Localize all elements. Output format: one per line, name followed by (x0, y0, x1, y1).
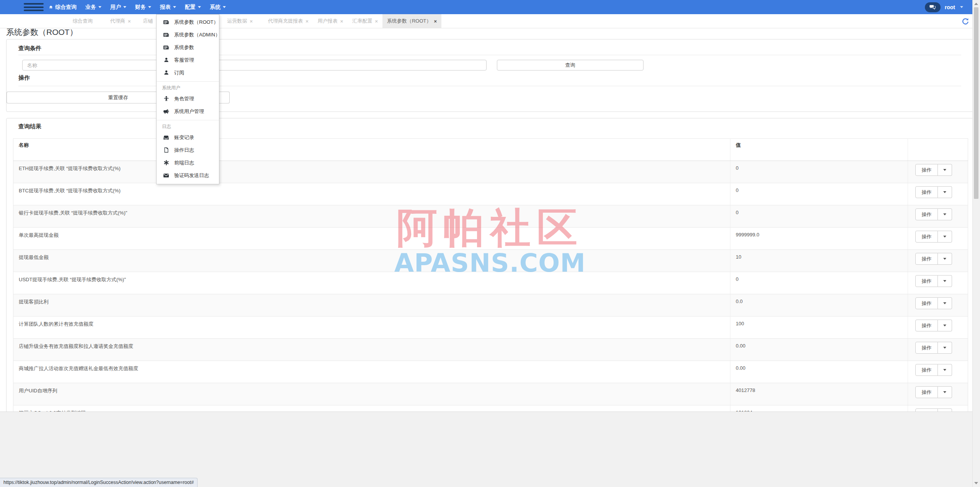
row-action-split-button: 操作 (915, 164, 952, 176)
menu-item[interactable]: 系统参数 (157, 41, 219, 54)
nav-menu-item[interactable]: 用户 (109, 0, 127, 14)
tab[interactable]: 用户报表 × (313, 14, 348, 28)
tab-strip: 综合查询 代理商 × 店铺 运营数据 × 代理商充提报表 × (0, 14, 973, 28)
param-name-cell: 店铺升级业务有效充值额度和拉人邀请奖金充值额度 (13, 339, 730, 361)
param-value-cell: 0 (730, 272, 908, 294)
row-action-dropdown-toggle[interactable] (938, 231, 952, 243)
menu-item[interactable]: 验证码发送日志 (157, 169, 219, 182)
refresh-icon[interactable] (962, 18, 969, 25)
user-icon (163, 57, 169, 63)
row-actions-cell: 操作 (908, 228, 968, 250)
chevron-down-icon (98, 6, 101, 8)
row-action-button[interactable]: 操作 (915, 386, 938, 398)
menu-item[interactable]: 账变记录 (157, 131, 219, 144)
row-action-button[interactable]: 操作 (915, 208, 938, 220)
row-action-split-button: 操作 (915, 297, 952, 309)
row-action-button[interactable]: 操作 (915, 320, 938, 331)
search-button[interactable]: 查询 (497, 60, 644, 71)
row-action-button[interactable]: 操作 (915, 253, 938, 265)
row-action-dropdown-toggle[interactable] (938, 164, 952, 176)
tab-label: 代理商 (110, 18, 125, 25)
row-actions-cell: 操作 (908, 361, 968, 383)
tab[interactable]: 系统参数（ROOT） × (382, 14, 441, 28)
menu-item[interactable]: 角色管理 (157, 92, 219, 105)
nav-menu-item[interactable]: 报表 (159, 0, 177, 14)
user-area: root (925, 0, 963, 14)
param-name-cell: 单次最高提现金额 (13, 228, 730, 250)
tab[interactable]: 店铺 (139, 14, 158, 28)
row-action-split-button: 操作 (915, 186, 952, 198)
scroll-up-icon[interactable] (974, 3, 978, 5)
menu-item[interactable]: 系统用户管理 (157, 105, 219, 118)
row-actions-cell: 操作 (908, 339, 968, 361)
row-action-dropdown-toggle[interactable] (938, 186, 952, 198)
menu-item[interactable]: 系统参数（ADMIN） (157, 28, 219, 41)
row-action-button[interactable]: 操作 (915, 342, 938, 354)
scrollbar-thumb[interactable] (974, 7, 978, 199)
row-action-button[interactable]: 操作 (915, 275, 938, 287)
param-value-cell: 9999999.0 (730, 228, 908, 250)
nav-menu-item[interactable]: 系统 (209, 0, 227, 14)
row-action-dropdown-toggle[interactable] (938, 253, 952, 265)
row-actions-cell: 操作 (908, 183, 968, 205)
nav-menu-item[interactable]: 综合查询 (48, 0, 78, 14)
tab[interactable]: 代理商 × (106, 14, 136, 28)
tab[interactable]: 运营数据 × (223, 14, 258, 28)
tab-close-icon[interactable]: × (305, 18, 309, 24)
chevron-down-icon (943, 347, 946, 349)
nav-menu-item-label: 综合查询 (55, 4, 77, 11)
param-value-cell: 4012778 (730, 383, 908, 405)
row-action-button[interactable]: 操作 (915, 297, 938, 309)
nav-menu-item[interactable]: 财务 (134, 0, 152, 14)
param-name-cell: ETH提现手续费,关联 “提现手续费收取方式(%) (13, 161, 730, 183)
row-action-button[interactable]: 操作 (915, 231, 938, 243)
user-menu[interactable]: root (945, 4, 963, 10)
row-action-dropdown-toggle[interactable] (938, 386, 952, 398)
tab[interactable]: 汇率配置 × (348, 14, 382, 28)
results-panel: 查询结果 名称 值 ETH提现手续费,关联 “提现手续费收取方式(%) 0 操作 (6, 118, 973, 418)
row-action-dropdown-toggle[interactable] (938, 208, 952, 220)
row-action-dropdown-toggle[interactable] (938, 320, 952, 331)
nav-menu-item[interactable]: 配置 (184, 0, 202, 14)
row-action-dropdown-toggle[interactable] (938, 275, 952, 287)
name-search-input[interactable] (22, 60, 487, 71)
row-action-button[interactable]: 操作 (915, 186, 938, 198)
param-value-cell: 0 (730, 161, 908, 183)
param-name-cell: USDT提现手续费,关联 “提现手续费收取方式(%)" (13, 272, 730, 294)
main-menu: 综合查询 业务 用户 财务 (41, 0, 227, 14)
menu-item-label: 验证码发送日志 (174, 172, 209, 179)
row-actions-cell: 操作 (908, 250, 968, 272)
menu-item[interactable]: 订阅 (157, 66, 219, 79)
row-action-dropdown-toggle[interactable] (938, 297, 952, 309)
chevron-down-icon (943, 213, 946, 215)
row-actions-cell: 操作 (908, 383, 968, 405)
chat-button[interactable] (925, 2, 941, 12)
menu-item[interactable]: 前端日志 (157, 156, 219, 169)
row-action-button[interactable]: 操作 (915, 364, 938, 376)
table-row: USDT提现手续费,关联 “提现手续费收取方式(%)" 0 操作 (13, 272, 968, 294)
nav-menu-item[interactable]: 业务 (84, 0, 103, 14)
menu-item[interactable]: 系统参数（ROOT） (157, 16, 219, 28)
menu-group-header: 日志 (157, 120, 219, 131)
tab-close-icon[interactable]: × (250, 18, 253, 24)
system-dropdown-menu: 系统参数（ROOT） 系统参数（ADMIN） 系统参数 (156, 14, 219, 184)
hamburger-menu-icon[interactable] (24, 3, 44, 11)
menu-item-label: 系统参数 (174, 44, 194, 51)
param-name-cell: 提现最低金额 (13, 250, 730, 272)
nav-menu-item-label: 系统 (210, 4, 220, 11)
menu-item[interactable]: 操作日志 (157, 144, 219, 156)
tab-close-icon[interactable]: × (434, 18, 437, 24)
scroll-down-icon[interactable] (974, 482, 978, 484)
row-action-dropdown-toggle[interactable] (938, 364, 952, 376)
menu-item[interactable]: 客服管理 (157, 54, 219, 66)
tab-close-icon[interactable]: × (128, 18, 131, 24)
tab-close-icon[interactable]: × (340, 18, 343, 24)
tab-close-icon[interactable]: × (375, 18, 378, 24)
tab[interactable]: 代理商充提报表 × (263, 14, 313, 28)
row-action-button[interactable]: 操作 (915, 164, 938, 176)
vertical-scrollbar[interactable] (972, 0, 980, 487)
chevron-down-icon (943, 236, 946, 238)
tab[interactable]: 综合查询 (68, 14, 97, 28)
row-action-split-button: 操作 (915, 275, 952, 287)
row-action-dropdown-toggle[interactable] (938, 342, 952, 354)
